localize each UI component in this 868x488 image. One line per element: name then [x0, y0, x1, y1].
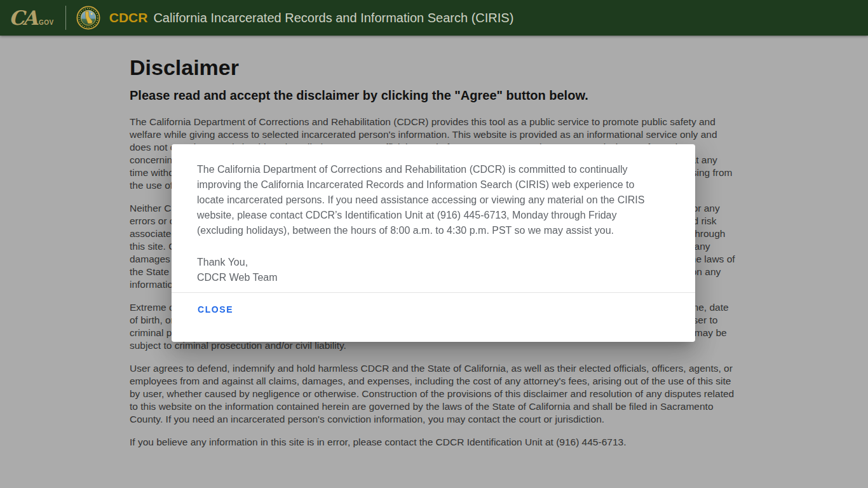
dialog-closing: Thank You, [197, 255, 662, 270]
close-button[interactable]: CLOSE [193, 301, 238, 318]
app-title: California Incarcerated Records and Info… [153, 11, 513, 25]
cdcr-seal-icon [76, 6, 100, 30]
brand-cdcr[interactable]: CDCR [109, 10, 148, 25]
dialog-signature: CDCR Web Team [197, 270, 662, 285]
ca-gov-logo[interactable]: CA .GOV [9, 8, 54, 27]
ca-gov-logo-ca: CA [9, 8, 36, 27]
dialog-divider [172, 292, 695, 293]
info-dialog: The California Department of Corrections… [172, 144, 695, 342]
dialog-message: The California Department of Corrections… [197, 162, 662, 238]
app-header: CA .GOV CDCR California Incarcerated Rec… [0, 0, 868, 36]
ca-gov-logo-gov: .GOV [36, 19, 54, 27]
header-divider [65, 6, 66, 30]
